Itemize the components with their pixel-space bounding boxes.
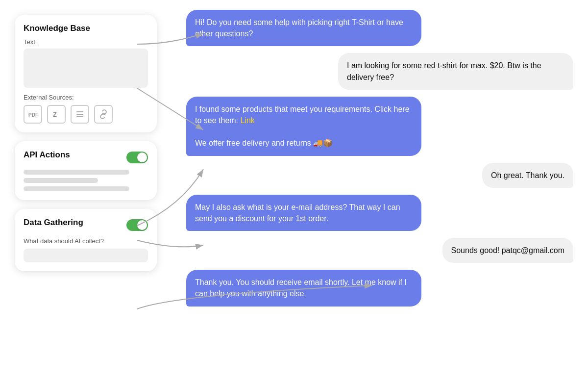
data-gathering-toggle[interactable] [126, 219, 148, 231]
svg-rect-3 [76, 114, 83, 115]
bot-bubble-3: May I also ask what is your e-mail addre… [186, 195, 421, 231]
message-row-4: Oh great. Thank you. [186, 163, 573, 188]
message-row-5: May I also ask what is your e-mail addre… [186, 195, 573, 231]
message-row-2: I am looking for some red t-shirt for ma… [186, 53, 573, 89]
api-line-1 [24, 170, 129, 175]
svg-text:PDF: PDF [28, 112, 38, 118]
bot-message-1-text: Hi! Do you need some help with picking r… [195, 18, 403, 38]
data-gathering-header: Data Gathering [24, 218, 148, 232]
text-area-mock[interactable] [24, 49, 148, 88]
svg-text:Z: Z [53, 111, 57, 118]
data-gathering-title: Data Gathering [24, 218, 83, 228]
bot-bubble-2: I found some products that meet you requ… [186, 97, 421, 156]
link-icon[interactable] [94, 105, 113, 124]
api-line-2 [24, 178, 98, 183]
bot-bubble-4: Thank you. You should receive email shor… [186, 270, 421, 306]
bot-bubble-1: Hi! Do you need some help with picking r… [186, 10, 421, 46]
api-actions-card: API Actions [15, 141, 157, 200]
bot-message-4-text: Thank you. You should receive email shor… [195, 278, 407, 298]
bot-message-2-text-part1: I found some products that meet you requ… [195, 105, 410, 125]
zendesk-icon[interactable]: Z [47, 105, 66, 124]
user-message-1-text: I am looking for some red t-shirt for ma… [347, 61, 541, 81]
data-gathering-prompt: What data should AI collect? [24, 237, 148, 245]
data-gathering-input[interactable] [24, 249, 148, 262]
message-row-6: Sounds good! patqc@gmail.com [186, 238, 573, 263]
api-line-3 [24, 186, 129, 191]
product-link[interactable]: Link [241, 116, 255, 125]
external-sources-label: External Sources: [24, 94, 148, 101]
user-bubble-2: Oh great. Thank you. [482, 163, 573, 188]
knowledge-base-title: Knowledge Base [24, 24, 148, 33]
data-gathering-card: Data Gathering What data should AI colle… [15, 209, 157, 271]
database-icon[interactable] [71, 105, 89, 124]
message-row-1: Hi! Do you need some help with picking r… [186, 10, 573, 46]
text-label: Text: [24, 38, 148, 46]
api-lines [24, 170, 148, 191]
user-bubble-3: Sounds good! patqc@gmail.com [442, 238, 573, 263]
message-row-7: Thank you. You should receive email shor… [186, 270, 573, 306]
user-bubble-1: I am looking for some red t-shirt for ma… [338, 53, 573, 89]
svg-rect-4 [76, 116, 83, 117]
source-icon-row: PDF Z [24, 105, 148, 124]
bot-message-2-text-part2: We offer free delivery and returns 🚚📦 [195, 139, 333, 147]
user-message-2-text: Oh great. Thank you. [491, 171, 564, 179]
knowledge-base-card: Knowledge Base Text: External Sources: P… [15, 15, 157, 132]
bot-message-3-text: May I also ask what is your e-mail addre… [195, 203, 400, 223]
api-actions-title: API Actions [24, 150, 70, 160]
api-actions-header: API Actions [24, 150, 148, 165]
api-actions-toggle[interactable] [126, 152, 148, 163]
svg-rect-2 [76, 111, 83, 112]
chat-panel: Hi! Do you need some help with picking r… [157, 10, 573, 374]
main-container: Knowledge Base Text: External Sources: P… [0, 0, 588, 384]
user-message-3-text: Sounds good! patqc@gmail.com [451, 246, 564, 255]
message-row-3: I found some products that meet you requ… [186, 97, 573, 156]
pdf-icon[interactable]: PDF [24, 105, 42, 124]
left-panel: Knowledge Base Text: External Sources: P… [15, 10, 157, 374]
